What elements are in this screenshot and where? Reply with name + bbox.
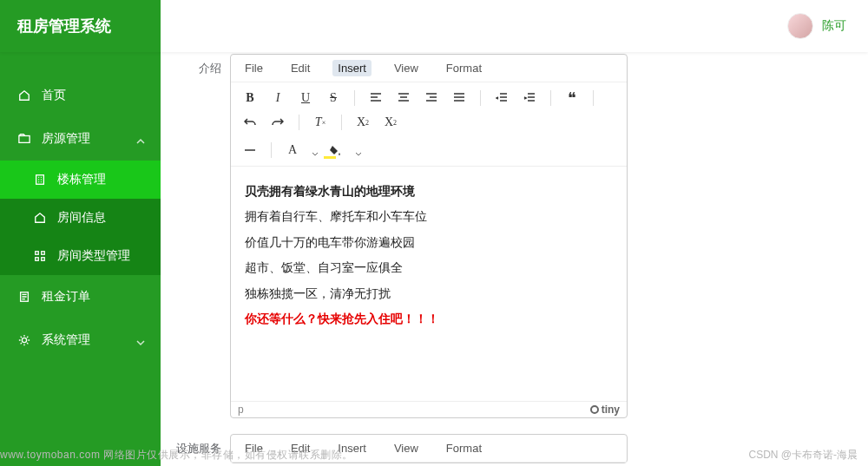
content-line: 拥有着自行车、摩托车和小车车位 — [245, 204, 613, 229]
chevron-down-icon[interactable] — [355, 147, 362, 154]
folder-icon — [17, 132, 31, 146]
sidebar-item-label: 系统管理 — [42, 332, 90, 348]
sidebar-item-room-info[interactable]: 房间信息 — [0, 199, 161, 237]
avatar[interactable] — [787, 13, 813, 39]
indent-button[interactable] — [519, 88, 540, 108]
clear-format-button[interactable]: T× — [310, 112, 331, 133]
separator — [550, 90, 551, 106]
grid-icon — [33, 249, 47, 263]
gear-icon — [17, 333, 31, 347]
watermark-left: www.toymoban.com 网络图片仅供展示，非存储，如有侵权请联系删除。 — [0, 448, 353, 463]
align-right-button[interactable] — [421, 88, 442, 108]
menu-view[interactable]: View — [389, 60, 424, 76]
forecolor-button[interactable]: A — [282, 140, 303, 161]
svg-rect-2 — [36, 252, 39, 255]
sidebar: 首页 房源管理 楼栋管理 房间信息 房间类型管理 租金订单 系统管理 — [0, 52, 161, 466]
svg-rect-3 — [42, 252, 45, 255]
align-justify-button[interactable] — [449, 88, 470, 108]
svg-rect-5 — [42, 258, 45, 261]
outdent-button[interactable] — [491, 88, 512, 108]
align-center-button[interactable] — [393, 88, 414, 108]
menu-edit[interactable]: Edit — [286, 60, 315, 76]
sidebar-item-building[interactable]: 楼栋管理 — [0, 161, 161, 199]
building-icon — [33, 173, 47, 187]
sidebar-item-system[interactable]: 系统管理 — [0, 318, 161, 362]
separator — [480, 90, 481, 106]
undo-button[interactable] — [240, 112, 260, 133]
sidebar-item-label: 租金订单 — [42, 289, 90, 305]
menu-file[interactable]: File — [240, 60, 268, 76]
sidebar-item-label: 首页 — [42, 88, 66, 103]
sidebar-item-rent-orders[interactable]: 租金订单 — [0, 275, 161, 318]
separator — [354, 90, 355, 106]
bold-button[interactable]: B — [240, 88, 260, 108]
chevron-down-icon — [136, 336, 145, 345]
watermark-right: CSDN @卡布奇诺-海晨 — [748, 448, 858, 463]
redo-button[interactable] — [267, 112, 288, 133]
main-content: 介绍 File Edit Insert View Format B I U S — [161, 52, 868, 466]
content-line: 价值几十万的电车带你游遍校园 — [245, 230, 613, 255]
chevron-up-icon — [136, 135, 145, 143]
sidebar-item-home[interactable]: 首页 — [0, 74, 161, 117]
separator — [593, 90, 594, 106]
username: 陈可 — [822, 18, 846, 34]
intro-label: 介绍 — [161, 54, 230, 418]
content-line: 独栋独揽一区，清净无打扰 — [245, 281, 613, 306]
logo-area: 租房管理系统 — [0, 0, 161, 52]
content-line: 超市、饭堂、自习室一应俱全 — [245, 255, 613, 280]
content-line: 贝壳拥有着绿水青山的地理环境 — [245, 179, 613, 204]
tiny-icon — [590, 405, 599, 414]
superscript-button[interactable]: X2 — [380, 112, 401, 133]
sidebar-item-room-type[interactable]: 房间类型管理 — [0, 237, 161, 275]
hr-button[interactable] — [240, 140, 260, 161]
app-title: 租房管理系统 — [17, 16, 111, 36]
backcolor-button[interactable] — [326, 140, 346, 161]
svg-rect-4 — [36, 258, 39, 261]
doc-icon — [17, 290, 31, 304]
form-row-intro: 介绍 File Edit Insert View Format B I U S — [161, 54, 868, 418]
align-left-button[interactable] — [365, 88, 386, 108]
status-path[interactable]: p — [238, 404, 244, 416]
editor-menubar: File Edit Insert View Format — [231, 55, 627, 82]
underline-button[interactable]: U — [295, 88, 316, 108]
chevron-down-icon[interactable] — [312, 147, 319, 154]
menu-insert[interactable]: Insert — [332, 60, 372, 76]
tiny-branding[interactable]: tiny — [590, 404, 620, 416]
svg-rect-1 — [36, 175, 44, 185]
strike-button[interactable]: S — [323, 88, 344, 108]
menu-format[interactable]: Format — [441, 60, 487, 76]
menu-format[interactable]: Format — [441, 440, 487, 456]
blockquote-button[interactable]: ❝ — [562, 88, 582, 108]
sidebar-item-label: 房间信息 — [57, 210, 106, 226]
svg-point-7 — [22, 338, 26, 342]
menu-view[interactable]: View — [389, 440, 424, 456]
content-cta: 你还等什么？快来抢先入住吧！！！ — [245, 306, 613, 331]
separator — [271, 142, 272, 158]
separator — [341, 115, 342, 130]
header: 租房管理系统 陈可 — [0, 0, 868, 52]
sidebar-item-label: 房源管理 — [42, 131, 90, 147]
sidebar-item-label: 房间类型管理 — [57, 248, 130, 264]
sidebar-item-label: 楼栋管理 — [57, 172, 106, 187]
editor-toolbar: B I U S ❝ — [231, 82, 627, 167]
user-area[interactable]: 陈可 — [787, 13, 868, 39]
subscript-button[interactable]: X2 — [352, 112, 373, 133]
room-icon — [33, 211, 47, 225]
intro-editor: File Edit Insert View Format B I U S — [230, 54, 628, 418]
sidebar-item-housing[interactable]: 房源管理 — [0, 117, 161, 161]
editor-content[interactable]: 贝壳拥有着绿水青山的地理环境 拥有着自行车、摩托车和小车车位 价值几十万的电车带… — [231, 167, 627, 401]
home-icon — [17, 89, 31, 102]
svg-rect-0 — [19, 136, 30, 143]
italic-button[interactable]: I — [267, 88, 288, 108]
separator — [299, 115, 299, 130]
editor-statusbar: p tiny — [231, 401, 627, 417]
